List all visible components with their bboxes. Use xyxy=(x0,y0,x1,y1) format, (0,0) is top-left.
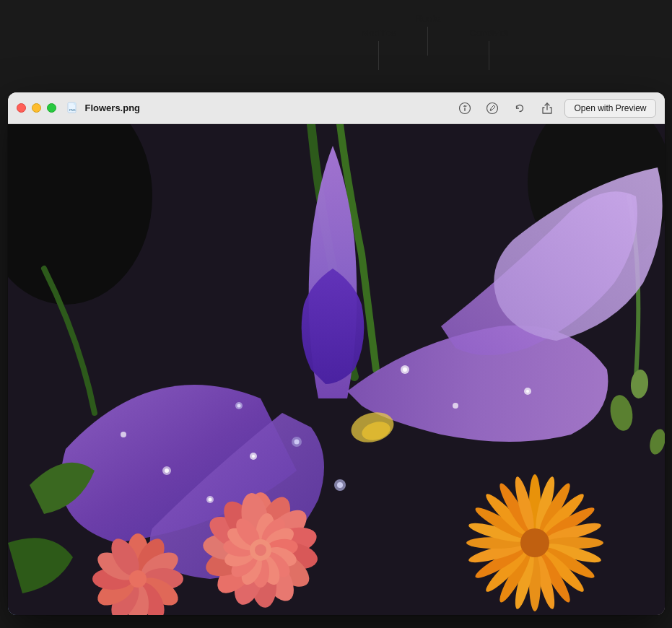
ruota-tooltip: Ruota xyxy=(416,13,441,56)
share-icon xyxy=(541,102,554,115)
tooltip-line-condividi xyxy=(489,41,489,70)
toolbar-buttons: Open with Preview xyxy=(455,98,655,118)
share-button[interactable] xyxy=(537,98,557,118)
minimize-button[interactable] xyxy=(32,103,41,113)
svg-point-23 xyxy=(526,390,529,393)
svg-point-103 xyxy=(237,404,240,408)
info-button[interactable] xyxy=(455,98,475,118)
svg-point-16 xyxy=(121,432,126,437)
tooltip-line-modifica xyxy=(378,41,379,70)
svg-point-101 xyxy=(294,440,299,445)
rotate-button[interactable] xyxy=(510,98,530,118)
edit-button[interactable] xyxy=(482,98,502,118)
svg-point-20 xyxy=(403,367,407,372)
tooltip-line-ruota xyxy=(427,27,428,56)
file-icon: PNG xyxy=(66,102,79,115)
edit-icon xyxy=(486,102,499,115)
traffic-lights xyxy=(17,103,56,113)
svg-point-13 xyxy=(165,468,169,473)
condividi-tooltip: Condividi xyxy=(470,27,508,70)
svg-point-94 xyxy=(520,528,549,557)
svg-rect-5 xyxy=(465,108,466,111)
svg-point-21 xyxy=(453,403,458,409)
open-with-preview-button[interactable]: Open with Preview xyxy=(564,99,655,118)
window-title: Flowers.png xyxy=(85,103,141,113)
svg-text:PNG: PNG xyxy=(69,108,76,112)
svg-point-25 xyxy=(337,482,343,488)
svg-point-56 xyxy=(255,544,266,556)
info-icon xyxy=(458,102,471,115)
flower-overlay xyxy=(8,124,665,615)
rotate-icon xyxy=(513,102,526,115)
svg-line-6 xyxy=(466,105,467,106)
svg-rect-1 xyxy=(74,103,76,105)
svg-point-7 xyxy=(487,103,498,113)
svg-point-18 xyxy=(252,455,255,458)
maximize-button[interactable] xyxy=(47,103,56,113)
quick-look-window: PNG Flowers.png xyxy=(8,92,665,615)
close-button[interactable] xyxy=(17,103,26,113)
titlebar: PNG Flowers.png xyxy=(8,92,665,124)
modifica-tooltip: Modifica xyxy=(362,27,396,70)
svg-point-15 xyxy=(208,498,211,502)
image-area xyxy=(8,124,665,615)
svg-point-69 xyxy=(129,570,147,588)
